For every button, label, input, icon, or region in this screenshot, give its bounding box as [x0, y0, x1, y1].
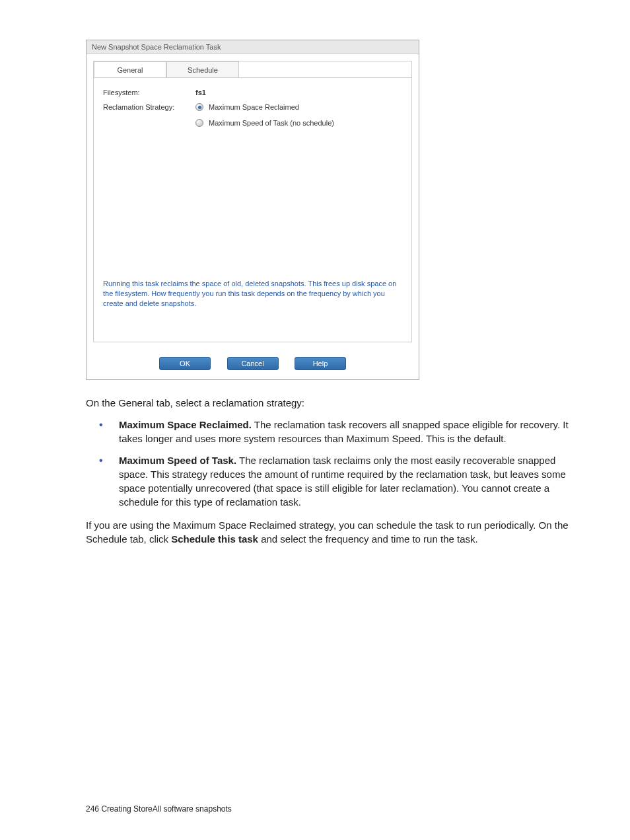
tab-body-general: Filesystem: fs1 Reclamation Strategy: Ma… [94, 77, 411, 342]
radio-max-space-label: Maximum Space Reclaimed [209, 103, 299, 111]
schedule-text-b: and select the frequency and time to run… [258, 533, 478, 545]
filesystem-label: Filesystem: [103, 89, 195, 96]
schedule-paragraph: If you are using the Maximum Space Recla… [86, 518, 577, 546]
strategy-list: Maximum Space Reclaimed. The reclamation… [86, 418, 577, 509]
bullet2-title: Maximum Speed of Task. [119, 455, 236, 466]
dialog-inner: General Schedule Filesystem: fs1 Reclama… [93, 61, 412, 342]
radio-icon-selected [195, 103, 203, 111]
list-item: Maximum Space Reclaimed. The reclamation… [99, 418, 577, 445]
radio-icon-unselected [195, 119, 203, 127]
ok-button[interactable]: OK [159, 357, 211, 370]
radio-max-space[interactable]: Maximum Space Reclaimed [195, 103, 334, 111]
bullet1-title: Maximum Space Reclaimed. [119, 419, 252, 430]
help-button[interactable]: Help [295, 357, 346, 370]
radio-max-speed[interactable]: Maximum Speed of Task (no schedule) [195, 119, 334, 127]
schedule-bold: Schedule this task [171, 533, 258, 545]
page-footer: 246 Creating StoreAll software snapshots [86, 804, 232, 814]
page-number: 246 [86, 804, 99, 814]
dialog-title: New Snapshot Space Reclamation Task [87, 40, 419, 54]
strategy-label: Reclamation Strategy: [103, 103, 195, 111]
radio-max-speed-label: Maximum Speed of Task (no schedule) [209, 119, 334, 127]
document-body: On the General tab, select a reclamation… [86, 396, 577, 546]
footer-section: Creating StoreAll software snapshots [101, 804, 231, 814]
dialog-button-bar: OK Cancel Help [87, 349, 419, 379]
tab-general[interactable]: General [94, 61, 166, 78]
tab-bar: General Schedule [94, 61, 411, 78]
filesystem-value: fs1 [195, 89, 206, 96]
tab-schedule[interactable]: Schedule [166, 61, 239, 78]
cancel-button[interactable]: Cancel [227, 357, 279, 370]
dialog-window: New Snapshot Space Reclamation Task Gene… [86, 40, 419, 380]
list-item: Maximum Speed of Task. The reclamation t… [99, 453, 577, 509]
dialog-info-text: Running this task reclaims the space of … [103, 279, 402, 309]
intro-paragraph: On the General tab, select a reclamation… [86, 396, 577, 410]
